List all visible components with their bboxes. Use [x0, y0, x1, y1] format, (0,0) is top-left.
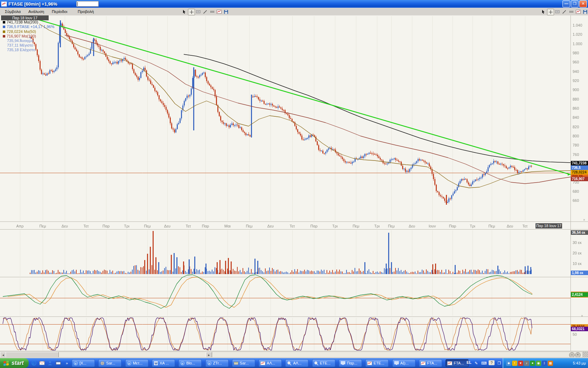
price-tick: 960 — [573, 60, 579, 64]
save-tool-icon[interactable] — [223, 9, 229, 15]
region-tool-icon[interactable] — [554, 9, 560, 15]
region-tool-icon[interactable] — [195, 9, 201, 15]
task-button-FTA[interactable]: FTA... — [419, 359, 442, 367]
nvidia-icon[interactable]: ◉ — [536, 361, 541, 366]
mail-icon[interactable] — [39, 360, 45, 366]
svg-text:e: e — [75, 362, 77, 365]
chart-icon — [447, 361, 452, 365]
date-tick: Παρ — [202, 224, 209, 228]
price-tick: 760 — [573, 152, 579, 157]
ie-icon[interactable]: e — [31, 360, 37, 366]
date-tick: Πεμ — [352, 224, 359, 228]
chart-icon — [421, 361, 426, 365]
date-tick: Μαι — [224, 224, 231, 228]
task-button-[interactable]: Αξι... — [392, 359, 415, 367]
show-desktop-icon[interactable] — [55, 360, 61, 366]
task-button-Sar[interactable]: Sar... — [98, 359, 121, 367]
chart-tool-icon[interactable] — [216, 9, 222, 15]
task-button-[interactable]: ΑΛ... — [259, 359, 282, 367]
menu-Προβολή[interactable]: Προβολή — [76, 9, 96, 16]
panel-close-icon[interactable]: × — [583, 218, 585, 222]
pen-icon[interactable]: ✎ — [473, 360, 479, 366]
start-label: start — [12, 360, 24, 366]
toolbar-restore-icon[interactable]: ❐ — [496, 360, 502, 366]
help-icon[interactable]: ? — [489, 360, 495, 365]
chart-scrollbar[interactable]: ◄ ► – + — [0, 352, 588, 357]
task-button-[interactable]: eΜετ... — [125, 359, 148, 367]
task-button-[interactable]: e[Χ... — [72, 359, 95, 367]
task-button-ZTr[interactable]: eZTr... — [205, 359, 229, 367]
symbol-input[interactable] — [76, 1, 99, 7]
price-tick: 1.020 — [573, 32, 582, 36]
close-button[interactable]: ✕ — [579, 0, 587, 7]
stoch-50-tick: 50 — [573, 332, 577, 336]
price-tick: 940 — [573, 69, 579, 74]
security-shield-icon[interactable]: ! — [512, 361, 517, 366]
date-tick: Τρι — [374, 224, 379, 228]
price-tick: 900 — [573, 88, 579, 92]
window-title: FTASE [60min] +1,96% — [8, 1, 57, 7]
legend-marker — [3, 26, 5, 28]
legend-row: 735,18 Ελάχιστο — [7, 48, 35, 52]
bluetooth-icon[interactable]: ᛒ — [542, 361, 547, 366]
trendline-tool-icon[interactable] — [202, 9, 208, 15]
task-button-[interactable]: Παρ... — [339, 359, 362, 367]
task-button-[interactable]: ΑΛ... — [285, 359, 308, 367]
crosshair-date-tooltip: Παρ 18 Ιουν 17 — [1, 15, 49, 20]
resize-grip[interactable] — [582, 352, 588, 357]
menu-Ανάλυση[interactable]: Ανάλυση — [26, 9, 46, 16]
task-button-[interactable]: ΕΤΕ... — [365, 359, 388, 367]
trendline-tool-icon[interactable] — [561, 9, 567, 15]
date-tick: Παρ — [103, 224, 110, 228]
audio-icon[interactable]: ♪ — [524, 361, 529, 366]
update-icon[interactable]: ▦ — [548, 361, 553, 366]
panel-close-icon[interactable]: × — [581, 314, 583, 318]
dotted-tool-icon[interactable] — [568, 9, 574, 15]
restore-button[interactable]: ❐ — [571, 0, 579, 7]
language-indicator[interactable]: EL — [467, 360, 471, 364]
date-tick: Δευ — [267, 224, 274, 228]
date-tick: Τρι — [470, 224, 475, 228]
quick-launch-chevron[interactable]: » — [64, 360, 70, 366]
task-button-[interactable]: ΕΤΕ... — [312, 359, 335, 367]
date-tick: Πεμ — [246, 224, 252, 228]
monitor-icon — [341, 361, 345, 365]
chart-icon — [260, 361, 265, 365]
messenger-user-icon[interactable]: ☻ — [506, 361, 511, 366]
price-value-box: 741,7238 — [571, 161, 588, 165]
minimize-button[interactable]: — — [562, 0, 570, 7]
save-tool-icon[interactable] — [582, 9, 588, 15]
cursor-tool-icon[interactable] — [181, 9, 187, 15]
menu-Σύμβολα[interactable]: Σύμβολα — [3, 9, 23, 16]
menu-Περίοδοι[interactable]: Περίοδοι — [50, 9, 69, 16]
mag-icon — [287, 361, 292, 366]
ie-icon: e — [74, 361, 78, 366]
dotted-tool-icon[interactable] — [209, 9, 215, 15]
antivirus-icon[interactable]: ● — [530, 361, 535, 366]
keyboard-icon[interactable]: ⌨ — [481, 360, 487, 366]
task-button-Blo[interactable]: eBlo... — [178, 359, 202, 367]
messenger-icon[interactable] — [47, 360, 53, 366]
ie-icon: e — [127, 361, 132, 366]
crosshair-tool-icon[interactable] — [547, 9, 554, 15]
chart-canvas[interactable] — [0, 15, 588, 352]
msn-alert-icon[interactable]: ♥ — [518, 361, 523, 366]
price-tick: 840 — [573, 115, 579, 120]
chart-tool-icon[interactable] — [575, 9, 581, 15]
start-button[interactable]: start — [0, 358, 29, 368]
date-tick: Πεμ — [144, 224, 150, 228]
desktop: { "window": { "title": "FTASE [60min] +1… — [0, 0, 588, 368]
price-tick: 1.040 — [573, 23, 582, 27]
date-tick: Δευ — [164, 224, 170, 228]
word-icon: W — [154, 361, 158, 366]
windows-flag-icon — [3, 360, 10, 367]
crosshair-tool-icon[interactable] — [188, 9, 195, 15]
date-tick: Τρι — [124, 224, 129, 228]
date-tick: Πεμ — [388, 224, 394, 228]
cursor-tool-icon[interactable] — [540, 9, 546, 15]
task-button-[interactable]: WΧΑ ... — [152, 359, 175, 367]
task-button-FTA[interactable]: FTA... — [446, 359, 469, 367]
task-button-Sar[interactable]: Sar... — [232, 359, 255, 367]
legend-row: 728,0224 Μα(50) — [3, 29, 36, 34]
legend-marker — [3, 21, 5, 23]
